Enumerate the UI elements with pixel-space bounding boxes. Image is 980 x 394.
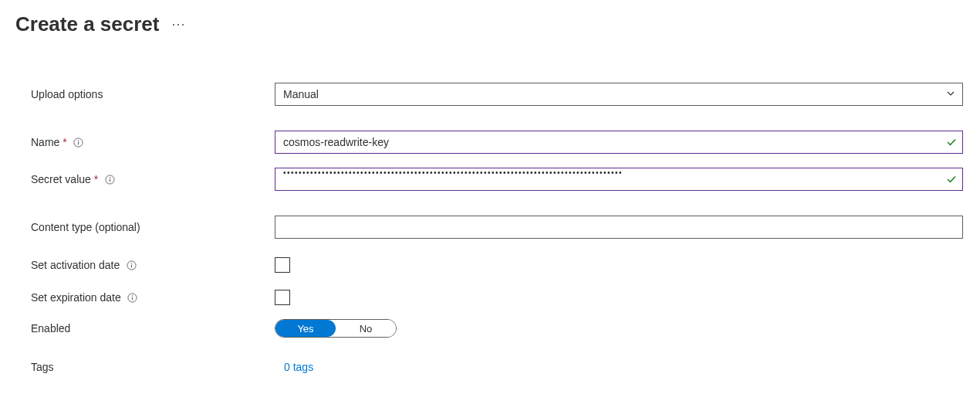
upload-options-label: Upload options — [31, 88, 275, 100]
activation-checkbox[interactable] — [275, 257, 290, 273]
control-col — [275, 257, 963, 273]
expiration-date-row: Set expiration date — [31, 290, 965, 305]
tags-link[interactable]: 0 tags — [275, 361, 313, 373]
svg-rect-8 — [131, 263, 132, 263]
label-text: Secret value — [31, 173, 91, 185]
svg-rect-11 — [132, 295, 133, 296]
name-input-wrap — [275, 131, 963, 154]
secret-value-label: Secret value * — [31, 173, 275, 185]
activation-date-label: Set activation date — [31, 259, 275, 271]
content-type-row: Content type (optional) — [31, 216, 965, 239]
control-col — [275, 131, 963, 154]
info-icon[interactable] — [126, 260, 137, 270]
tags-row: Tags 0 tags — [31, 361, 965, 373]
secret-value-row: Secret value * •••••••••••••••••••••••••… — [31, 168, 965, 191]
svg-rect-4 — [110, 178, 110, 182]
control-col: ••••••••••••••••••••••••••••••••••••••••… — [275, 168, 963, 191]
name-label: Name * — [31, 136, 275, 148]
enabled-row: Enabled Yes No — [31, 319, 965, 338]
upload-options-row: Upload options Manual — [31, 83, 965, 106]
label-text: Set expiration date — [31, 291, 121, 304]
svg-rect-2 — [78, 140, 79, 141]
page-title: Create a secret — [15, 12, 159, 36]
secret-value-input[interactable]: ••••••••••••••••••••••••••••••••••••••••… — [275, 168, 963, 191]
control-col: Yes No — [275, 319, 963, 338]
svg-rect-10 — [132, 297, 133, 300]
required-indicator: * — [63, 136, 66, 148]
page-header: Create a secret ··· — [15, 12, 965, 36]
svg-rect-1 — [78, 141, 79, 144]
expiration-checkbox[interactable] — [275, 290, 290, 305]
enabled-no-option[interactable]: No — [336, 320, 396, 337]
name-input[interactable] — [275, 131, 963, 154]
more-actions-button[interactable]: ··· — [171, 16, 185, 32]
svg-rect-7 — [131, 264, 132, 267]
control-col — [275, 290, 963, 305]
required-indicator: * — [94, 173, 98, 185]
enabled-label: Enabled — [31, 322, 275, 335]
secret-value-input-wrap: ••••••••••••••••••••••••••••••••••••••••… — [275, 168, 963, 191]
control-col: 0 tags — [275, 361, 963, 373]
select-value: Manual — [283, 88, 319, 100]
label-text: Name — [31, 136, 59, 148]
control-col: Manual — [275, 83, 963, 106]
label-text: Set activation date — [31, 259, 120, 271]
control-col — [275, 216, 963, 239]
content-type-label: Content type (optional) — [31, 221, 275, 233]
create-secret-form: Upload options Manual Name * — [15, 83, 965, 373]
upload-options-select[interactable]: Manual — [275, 83, 963, 106]
tags-label: Tags — [31, 361, 275, 373]
label-text: Upload options — [31, 88, 103, 100]
content-type-input-wrap — [275, 216, 963, 239]
check-icon — [946, 174, 957, 185]
label-text: Enabled — [31, 322, 70, 335]
activation-date-row: Set activation date — [31, 257, 965, 273]
content-type-input[interactable] — [275, 216, 963, 239]
label-text: Content type (optional) — [31, 221, 140, 233]
info-icon[interactable] — [73, 137, 84, 148]
enabled-yes-option[interactable]: Yes — [275, 320, 336, 337]
enabled-toggle: Yes No — [275, 319, 397, 338]
upload-options-select-wrap: Manual — [275, 83, 963, 106]
expiration-date-label: Set expiration date — [31, 291, 275, 304]
masked-text: ••••••••••••••••••••••••••••••••••••••••… — [283, 168, 623, 177]
svg-rect-5 — [110, 177, 110, 178]
info-icon[interactable] — [104, 174, 115, 185]
info-icon[interactable] — [127, 292, 138, 303]
check-icon — [946, 137, 957, 148]
label-text: Tags — [31, 361, 54, 373]
name-row: Name * — [31, 131, 965, 154]
